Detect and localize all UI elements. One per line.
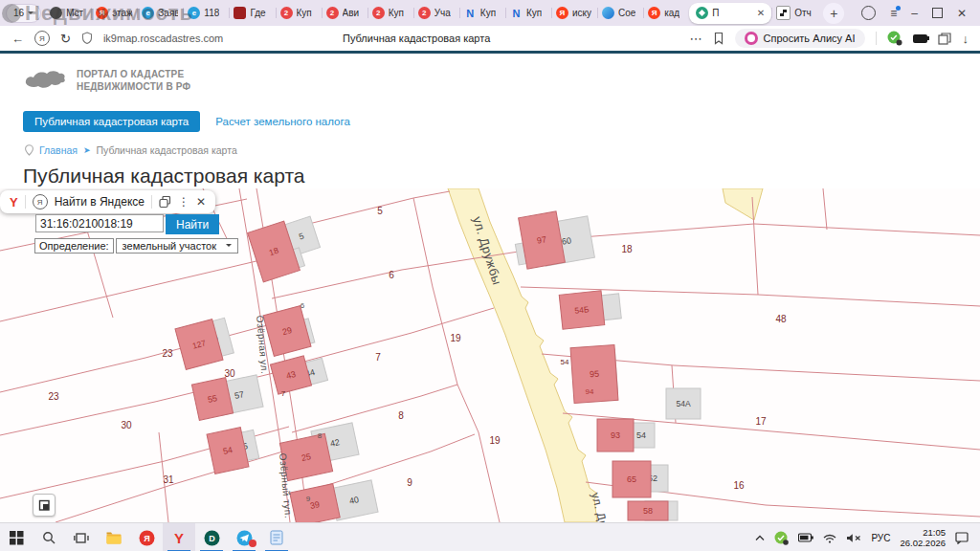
more-icon[interactable]: ⋯ — [690, 33, 702, 45]
browser-tab[interactable]: Якад — [643, 0, 689, 26]
tab-title: этаж — [112, 8, 132, 18]
parcel-number: 8 — [398, 410, 404, 421]
browser-tab[interactable]: еЗаяв — [137, 0, 183, 26]
back-icon[interactable]: ← — [11, 33, 24, 45]
browser-tab[interactable]: Сое — [597, 0, 643, 26]
browser-tab[interactable]: Отч — [771, 0, 817, 26]
telegram-taskbar-icon[interactable] — [228, 523, 260, 551]
definition-label: Определение: — [34, 238, 114, 253]
browser-tab[interactable]: 2Ави — [322, 0, 368, 26]
browser-tab[interactable]: П✕ — [689, 3, 771, 24]
red-building[interactable]: 97 — [519, 211, 566, 269]
search-taskbar-icon[interactable] — [33, 523, 65, 551]
browser-tab[interactable]: Где — [229, 0, 275, 26]
parcel-number: 23 — [48, 391, 59, 402]
pin-icon — [25, 144, 33, 156]
parcel-number: 23 — [162, 348, 173, 359]
find-in-yandex-label[interactable]: Найти в Яндексе — [55, 195, 145, 209]
dgis-taskbar-icon[interactable]: D — [195, 523, 228, 551]
browser-tab[interactable]: NКуп — [459, 0, 505, 26]
red-building[interactable]: 93 — [597, 419, 634, 452]
clock[interactable]: 21:05 26.02.2026 — [900, 527, 946, 549]
gray-building-label: 60 — [561, 235, 572, 247]
browser-tab[interactable]: Яэтаж — [91, 0, 137, 26]
battery-icon[interactable] — [798, 533, 813, 542]
yandex-browser-taskbar-icon[interactable]: Я — [130, 523, 163, 551]
definition-select[interactable]: земельный участок — [116, 238, 238, 253]
notifications-icon[interactable] — [955, 531, 969, 544]
n-blue-favicon-icon: N — [464, 7, 477, 19]
yandex-badge-icon[interactable]: Я — [34, 31, 50, 46]
bookmark-icon[interactable] — [713, 32, 724, 45]
red-building-label: 58 — [643, 506, 653, 516]
red-building[interactable]: 39 — [290, 484, 340, 522]
map-layers-button[interactable] — [33, 494, 56, 517]
site-logo[interactable]: ПОРТАЛ О КАДАСТРЕ НЕДВИЖИМОСТИ В РФ — [23, 61, 980, 99]
new-tab-button[interactable]: + — [823, 3, 844, 24]
page-title: Публичная кадастровая карта — [23, 165, 980, 187]
browser-tab[interactable]: 2Уча — [413, 0, 459, 26]
browser-tab[interactable]: 2Куп — [368, 0, 413, 26]
tab-counter[interactable]: 16 — [6, 4, 41, 23]
svg-text:D: D — [209, 534, 215, 543]
red-building[interactable]: 65 — [612, 461, 651, 497]
tab-title: Заяв — [158, 8, 178, 18]
url-text[interactable]: ik9map.roscadastres.com — [103, 33, 223, 44]
breadcrumb-home-link[interactable]: Главная — [39, 144, 78, 156]
yandex-y-icon[interactable]: Y — [10, 195, 18, 209]
cadastral-search: Найти — [35, 214, 219, 234]
refresh-icon[interactable]: ↻ — [60, 33, 71, 45]
gray-building-label: 40 — [348, 495, 360, 506]
profile-icon[interactable] — [861, 6, 876, 20]
tab-title: Отч — [794, 8, 812, 18]
ask-alice-button[interactable]: Спросить Алису AI — [735, 29, 865, 48]
tab-title: иску — [572, 8, 591, 18]
tab-title: Куп — [297, 8, 312, 18]
red-building[interactable]: 95 — [570, 344, 618, 403]
close-button[interactable]: ✕ — [957, 7, 967, 20]
gray-building[interactable]: 54А — [666, 388, 701, 419]
find-button[interactable]: Найти — [166, 214, 219, 234]
red-building[interactable]: 58 — [628, 501, 668, 520]
browser-tab[interactable]: Мст — [45, 0, 91, 26]
parcel-number: 19 — [489, 435, 501, 446]
language-indicator[interactable]: РУС — [871, 533, 890, 543]
battery-extension-icon[interactable] — [913, 34, 927, 43]
minimize-button[interactable]: – — [911, 7, 918, 20]
cadastral-map[interactable]: 56Д444240595755609654А545250182943253912… — [0, 188, 980, 522]
antivirus-icon[interactable] — [774, 531, 789, 545]
yandex-favicon-icon: Я — [648, 7, 660, 19]
red-building[interactable]: 54Б — [559, 291, 605, 329]
notes-taskbar-icon[interactable] — [260, 523, 293, 551]
adblock-extension-icon[interactable] — [887, 31, 902, 46]
collections-icon[interactable] — [938, 33, 952, 45]
browser-tab[interactable]: е118 — [183, 0, 229, 26]
taskbar-apps: ЯYD — [0, 523, 293, 551]
red-building[interactable]: 43 — [270, 356, 311, 394]
yandex-find-bar: Y Я Найти в Яндексе ⋮ ✕ — [0, 190, 215, 213]
tab-close-icon[interactable]: ✕ — [757, 8, 765, 18]
kebab-menu-icon[interactable]: ⋮ — [178, 196, 189, 208]
cadastral-number-input[interactable] — [35, 214, 164, 232]
browser-tab[interactable]: NКуп — [505, 0, 551, 26]
panels-icon[interactable]: ≡ — [890, 7, 897, 20]
tab-public-cadastral-map[interactable]: Публичная кадастровая карта — [23, 111, 200, 132]
tray-chevron-icon[interactable] — [755, 535, 765, 541]
tray-time: 21:05 — [900, 527, 946, 538]
red-building[interactable]: 55 — [191, 378, 233, 421]
explorer-taskbar-icon[interactable] — [98, 523, 130, 551]
yandex-app-taskbar-icon[interactable]: Y — [163, 523, 195, 551]
tab-land-tax-calc[interactable]: Расчет земельного налога — [215, 116, 350, 127]
downloads-icon[interactable]: ↓ — [963, 33, 969, 45]
wifi-icon[interactable] — [823, 533, 836, 543]
task-view-taskbar-icon[interactable] — [65, 523, 98, 551]
close-icon[interactable]: ✕ — [196, 196, 206, 208]
building-number: 8 — [318, 431, 323, 440]
browser-tab[interactable]: Яиску — [551, 0, 597, 26]
browser-tab[interactable]: 2Куп — [276, 0, 322, 26]
copy-icon[interactable] — [159, 196, 171, 209]
start-taskbar-icon[interactable] — [0, 523, 33, 551]
restore-button[interactable] — [932, 8, 943, 18]
volume-muted-icon[interactable] — [846, 533, 861, 543]
red-building[interactable]: 29 — [263, 306, 311, 357]
